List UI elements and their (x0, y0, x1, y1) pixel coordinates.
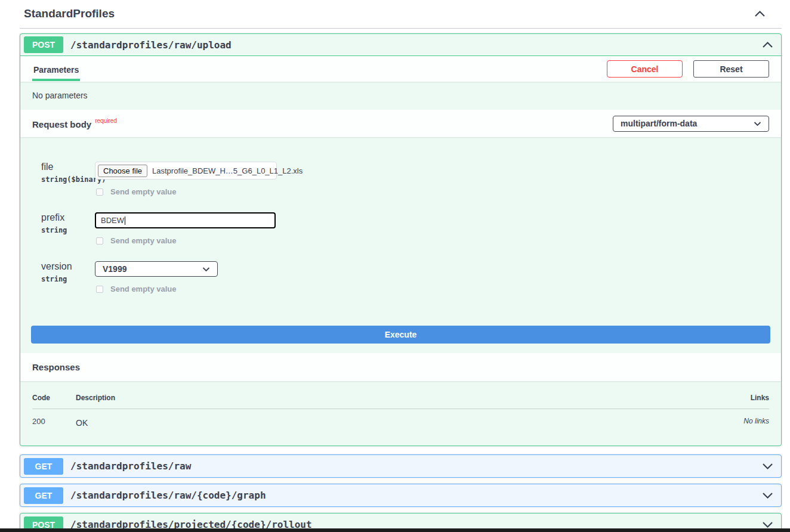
parameters-header: Parameters Cancel Reset (20, 56, 781, 82)
chevron-down-icon[interactable] (761, 462, 774, 471)
version-selected-value: V1999 (103, 264, 126, 274)
chevron-up-icon[interactable] (761, 41, 774, 49)
send-empty-label-version: Send empty value (110, 284, 177, 293)
section-divider (20, 28, 782, 29)
opblock-get-raw[interactable]: GET /standardprofiles/raw (20, 454, 782, 478)
opblock-get-graph[interactable]: GET /standardprofiles/raw/{code}/graph (20, 484, 782, 507)
method-badge-get: GET (24, 487, 63, 504)
prefix-input[interactable]: BDEW (95, 212, 276, 228)
send-empty-checkbox-version[interactable] (96, 286, 103, 293)
endpoint-path: /standardprofiles/raw (70, 460, 191, 472)
responses-header: Responses (20, 353, 781, 381)
api-section-standardprofiles: StandardProfiles POST /standardprofiles/… (20, 0, 782, 532)
method-badge-get: GET (24, 458, 63, 475)
responses-table-header: Code Description Links (32, 394, 769, 409)
response-code: 200 (32, 417, 76, 428)
field-type-prefix: string (41, 226, 95, 234)
response-links: No links (698, 417, 769, 428)
content-type-select[interactable]: multipart/form-data (613, 116, 769, 132)
response-description: OK (76, 417, 698, 428)
table-row: 200 OK No links (32, 409, 769, 446)
field-type-version: string (41, 275, 95, 283)
tab-parameters[interactable]: Parameters (32, 57, 80, 81)
send-empty-label-file: Send empty value (110, 187, 177, 196)
responses-table: Code Description Links 200 OK No links (20, 381, 781, 446)
version-select[interactable]: V1999 (95, 261, 218, 277)
field-version: version string V1999 Send empty value (41, 261, 781, 293)
endpoint-path: /standardprofiles/raw/upload (70, 39, 232, 51)
file-input[interactable]: Choose file Lastprofile_BDEW_H…5_G6_L0_L… (95, 162, 277, 180)
request-body-form: file string($binary) Choose file Lastpro… (20, 137, 781, 326)
opblock-summary[interactable]: POST /standardprofiles/raw/upload (20, 34, 781, 56)
section-header[interactable]: StandardProfiles (20, 6, 782, 20)
send-empty-checkbox-prefix[interactable] (96, 237, 103, 245)
field-name-version: version (41, 261, 95, 272)
chevron-down-icon (202, 267, 210, 272)
endpoint-path: /standardprofiles/raw/{code}/graph (70, 490, 266, 501)
send-empty-row-version: Send empty value (96, 284, 781, 293)
field-name-prefix: prefix (41, 212, 95, 223)
request-body-label: Request body (32, 119, 91, 129)
cancel-button[interactable]: Cancel (607, 60, 683, 78)
send-empty-row-prefix: Send empty value (96, 236, 781, 245)
column-header-code: Code (32, 394, 76, 402)
opblock-post-upload: POST /standardprofiles/raw/upload Parame… (20, 33, 782, 446)
field-prefix: prefix string BDEW Send empty value (41, 212, 781, 245)
column-header-description: Description (76, 394, 698, 402)
field-file: file string($binary) Choose file Lastpro… (41, 162, 781, 196)
send-empty-row-file: Send empty value (96, 187, 781, 196)
reset-button[interactable]: Reset (693, 60, 769, 78)
send-empty-label-prefix: Send empty value (110, 236, 177, 245)
window-bottom-edge (0, 528, 790, 532)
method-badge-post: POST (24, 36, 63, 53)
field-type-file: string($binary) (41, 175, 95, 184)
chevron-down-icon (754, 121, 761, 126)
field-name-file: file (41, 162, 95, 172)
chevron-down-icon[interactable] (761, 491, 774, 500)
text-cursor (125, 216, 125, 225)
column-header-links: Links (698, 394, 769, 402)
send-empty-checkbox-file[interactable] (96, 188, 103, 196)
request-body-header: Request body required multipart/form-dat… (20, 110, 781, 137)
execute-wrapper: Execute (20, 326, 781, 353)
chevron-up-icon[interactable] (754, 10, 766, 18)
chevron-down-icon[interactable] (761, 521, 774, 529)
page-title[interactable]: StandardProfiles (24, 7, 115, 20)
execute-button[interactable]: Execute (31, 326, 770, 344)
selected-file-name: Lastprofile_BDEW_H…5_G6_L0_L1_L2.xls (152, 166, 303, 175)
required-flag: required (95, 117, 117, 124)
prefix-input-value: BDEW (101, 216, 124, 225)
content-type-selected-value: multipart/form-data (621, 119, 697, 128)
no-parameters-text: No parameters (20, 82, 781, 110)
choose-file-button[interactable]: Choose file (98, 165, 147, 177)
responses-title: Responses (32, 362, 80, 372)
